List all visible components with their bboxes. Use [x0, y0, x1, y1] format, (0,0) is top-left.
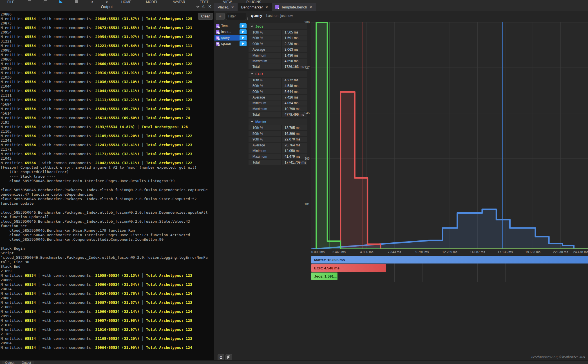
section-header-ecr[interactable]: ECR — [249, 71, 307, 77]
stop-icon[interactable] — [75, 0, 78, 3]
tab-label: Template.bench — [281, 5, 307, 9]
console-entity-line: N entities 65534 │ with common component… — [1, 152, 214, 156]
console-log-line: 21036 — [1, 75, 214, 80]
close-icon[interactable]: ✕ — [208, 5, 211, 8]
section-header-matter[interactable]: Matter — [249, 119, 307, 125]
console-log-line: cloud_5853950046.Benchmarker.Packages._I… — [1, 219, 214, 224]
studio-menubar: FILE ↺ ▾ HOMEMODELAVATARTESTVIEWPLUGINS — [0, 0, 588, 3]
tab-place1[interactable]: Place1✕ — [214, 3, 238, 11]
dock-window-icon[interactable] — [202, 5, 205, 8]
section-name: Matter — [255, 120, 266, 124]
console-log-line: 21042 — [1, 156, 214, 161]
benchmark-item-inser[interactable]: inser... — [214, 29, 247, 35]
filter-input[interactable] — [226, 13, 246, 20]
console-log-line: 20985 — [1, 48, 214, 53]
console-log-line: cloud_5853950046.Benchmarker.Packages._I… — [1, 197, 214, 201]
stat-row: 90th %2.230 ms — [249, 41, 307, 46]
run-benchmark-button[interactable] — [240, 41, 247, 46]
menu-home[interactable]: HOME — [114, 0, 139, 3]
stat-row: 50th %1.591 ms — [249, 35, 307, 41]
console-log-line: 31221 — [1, 39, 214, 44]
run-benchmark-button[interactable] — [240, 23, 247, 28]
undo-icon[interactable]: ↺ — [90, 0, 93, 3]
chevron-down-icon — [251, 24, 253, 27]
section-name: Jecs — [255, 24, 263, 28]
script-icon — [216, 36, 220, 40]
book-icon — [227, 356, 230, 359]
console-entity-line: N entities 65534 │ with common component… — [1, 53, 214, 57]
console-log-line: 20866 — [1, 278, 214, 282]
last-run-label: Last run: just now — [266, 14, 293, 18]
x-axis-tick-label: 17.135 ms — [498, 250, 513, 254]
tab-close-icon[interactable]: ✕ — [265, 5, 268, 9]
console-entity-line: N entities 65534 │ with common component… — [1, 17, 214, 21]
console-log-line: function update — [1, 201, 214, 206]
stat-label: 90th % — [249, 89, 281, 94]
legend-bar-jecs: Jecs: 1.591... — [311, 273, 337, 280]
menu-file[interactable]: FILE — [0, 0, 22, 3]
console-entity-line: N entities 65534 │ with common component… — [1, 44, 214, 48]
tab-close-icon[interactable]: ✕ — [309, 5, 312, 9]
stat-label: 10th % — [249, 30, 281, 35]
console-log-line: 21105 — [1, 332, 214, 336]
stat-label: Minimum — [249, 148, 281, 153]
console-log-line: 20887 — [1, 296, 214, 300]
console-entity-line: N entities 65534 │ with common component… — [1, 125, 214, 129]
menu-view[interactable]: VIEW — [216, 0, 239, 3]
docs-button[interactable] — [225, 354, 232, 361]
menu-test[interactable]: TEST — [193, 0, 216, 3]
stat-label: 10th % — [249, 125, 281, 130]
menu-avatar[interactable]: AVATAR — [165, 0, 192, 3]
console-log-line: (ID: computedCallbackError) — [1, 170, 214, 174]
dropdown-caret-icon[interactable]: ▾ — [106, 0, 108, 3]
script-icon — [216, 24, 220, 28]
tab-label: Place1 — [218, 5, 229, 9]
clear-output-button[interactable]: Clear — [198, 13, 213, 20]
play-icon — [242, 43, 244, 45]
run-benchmark-button[interactable] — [240, 35, 247, 40]
settings-button[interactable]: ⚙ — [218, 354, 224, 361]
stat-row: 90th %5.644 ms — [249, 89, 307, 94]
stat-row: 90th %22.070 ms — [249, 137, 307, 142]
benchmark-item-query[interactable]: query — [214, 35, 247, 41]
menu-model[interactable]: MODEL — [139, 0, 166, 3]
x-axis-tick-label: 12.239 ms — [442, 250, 457, 254]
output-panel-title: Output — [0, 5, 214, 9]
benchmark-item-Tem[interactable]: Tem... — [214, 23, 247, 29]
console-log-line: 20886 — [1, 12, 214, 17]
stat-row: 10th %4.272 ms — [249, 78, 307, 83]
benchmark-item-spawn[interactable]: spawn — [214, 41, 247, 46]
tab-benchmarker[interactable]: Benchmarker✕ — [238, 3, 272, 11]
tab-label: Benchmarker — [241, 5, 263, 9]
play-icon[interactable] — [59, 0, 62, 3]
console-log-line: Stack End — [1, 264, 214, 269]
clipboard-icon[interactable] — [28, 0, 31, 3]
console-log-line: cloud_5853950046.Benchmarker.Main.Interf… — [1, 233, 214, 237]
run-benchmark-button[interactable] — [240, 29, 247, 34]
paste-icon[interactable] — [44, 0, 47, 3]
tab-close-icon[interactable]: ✕ — [231, 5, 234, 9]
benchmark-item-label: spawn — [221, 42, 238, 46]
console-log-line: 20824 — [1, 287, 214, 291]
histogram-chart: 1813635457279090.000 ms2.448 ms4.896 ms7… — [299, 22, 588, 292]
console-log-line: 21059 — [1, 269, 214, 273]
statusbar-tab-output[interactable]: Output — [18, 361, 34, 364]
stat-label: Total — [249, 112, 281, 117]
console-log-line: 20873 — [1, 21, 214, 26]
console-log-line: 20910 — [1, 66, 214, 71]
histogram-svg — [311, 22, 588, 249]
statusbar-tab-output[interactable]: Output — [2, 361, 18, 364]
stats-sections: Jecs10th %1.505 ms50th %1.591 ms90th %2.… — [249, 23, 307, 166]
list-scrollbar-thumb[interactable] — [247, 17, 248, 20]
section-header-jecs[interactable]: Jecs — [249, 23, 307, 29]
tab-template-bench[interactable]: Template.bench✕ — [272, 3, 316, 11]
console-log-line: [Fusion] Computed callback error: invali… — [1, 165, 214, 170]
menu-plugins[interactable]: PLUGINS — [239, 0, 269, 3]
add-benchmark-button[interactable]: + — [216, 13, 225, 20]
console-entity-line: N entities 65534 │ with common component… — [1, 273, 214, 278]
stat-label: Maximum — [249, 154, 281, 159]
console-log-line: cloud_5853950046.Benchmarker.Main.Interf… — [1, 179, 214, 183]
script-icon — [216, 30, 220, 34]
console-log-line: 21241 — [1, 138, 214, 143]
chevron-down-icon[interactable] — [196, 5, 200, 8]
